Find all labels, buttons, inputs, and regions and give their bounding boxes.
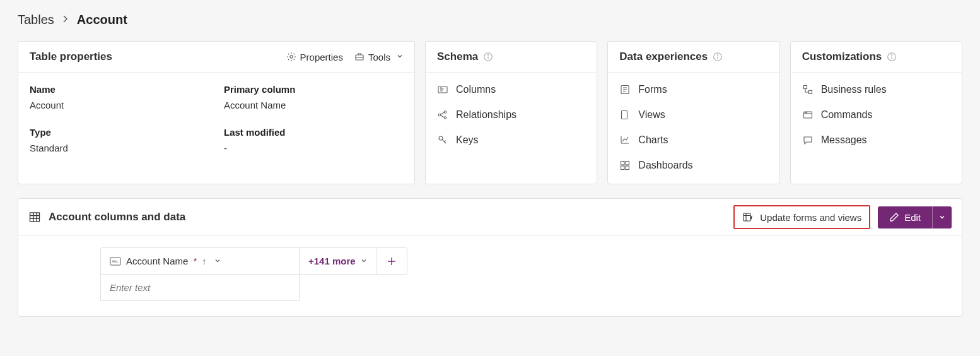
business-rules-link[interactable]: Business rules <box>802 84 950 95</box>
breadcrumb-current: Account <box>77 13 127 27</box>
edit-dropdown[interactable] <box>932 206 952 228</box>
svg-point-24 <box>806 112 807 113</box>
plus-icon <box>387 256 397 266</box>
dashboards-link[interactable]: Dashboards <box>619 160 767 171</box>
table-properties-card: Table properties Properties Tools Name P… <box>18 41 415 184</box>
breadcrumb: Tables Account <box>18 13 962 27</box>
svg-point-6 <box>438 114 441 116</box>
svg-point-8 <box>444 117 446 119</box>
required-marker: * <box>193 256 197 266</box>
update-icon <box>742 211 754 223</box>
update-forms-views-button[interactable]: Update forms and views <box>733 205 870 229</box>
chevron-down-icon <box>361 258 367 265</box>
svg-rect-17 <box>626 166 629 170</box>
commands-link[interactable]: Commands <box>802 109 950 121</box>
chart-icon <box>619 134 631 146</box>
relationships-link[interactable]: Relationships <box>437 109 585 121</box>
toolbox-icon <box>354 52 365 62</box>
columns-data-title: Account columns and data <box>49 211 185 223</box>
relationships-icon <box>437 109 448 121</box>
data-experiences-card: Data experiences Forms Views Charts Dash… <box>607 41 779 184</box>
table-icon <box>28 211 41 223</box>
commands-icon <box>802 109 814 121</box>
chevron-right-icon <box>61 14 71 26</box>
chevron-down-icon <box>397 53 403 61</box>
svg-rect-26 <box>744 213 750 221</box>
add-column-button[interactable] <box>376 249 407 274</box>
info-icon <box>887 52 897 62</box>
sort-asc-icon: ↑ <box>202 256 207 266</box>
svg-text:Abc: Abc <box>112 259 119 263</box>
columns-data-panel: Account columns and data Update forms an… <box>18 198 962 317</box>
primary-column-value: Account Name <box>224 100 403 110</box>
column-header-account-name[interactable]: Abc Account Name* ↑ <box>100 247 300 275</box>
svg-point-9 <box>439 136 443 140</box>
last-modified-label: Last modified <box>224 127 403 138</box>
svg-point-7 <box>444 111 446 114</box>
type-value: Standard <box>30 143 209 153</box>
data-experiences-title: Data experiences <box>619 50 708 63</box>
type-label: Type <box>30 127 209 138</box>
edit-button[interactable]: Edit <box>878 206 952 228</box>
messages-link[interactable]: Messages <box>802 134 950 146</box>
info-icon <box>713 52 723 62</box>
last-modified-value: - <box>224 143 403 153</box>
tools-button[interactable]: Tools <box>354 52 403 62</box>
columns-link[interactable]: Abc Columns <box>437 84 585 95</box>
svg-point-3 <box>488 55 489 56</box>
svg-point-19 <box>892 55 892 56</box>
svg-rect-25 <box>30 213 40 222</box>
primary-column-label: Primary column <box>224 84 403 95</box>
svg-rect-20 <box>803 86 807 89</box>
gear-icon <box>286 52 296 62</box>
text-field-icon: Abc <box>110 257 121 266</box>
message-icon <box>802 134 814 146</box>
text-column-icon: Abc <box>437 84 448 95</box>
dashboard-icon <box>619 160 631 171</box>
svg-rect-21 <box>808 91 812 94</box>
breadcrumb-parent[interactable]: Tables <box>18 13 54 27</box>
key-icon <box>437 134 448 146</box>
customizations-title: Customizations <box>802 50 882 63</box>
form-icon <box>619 84 631 95</box>
schema-title: Schema <box>437 50 478 63</box>
table-properties-title: Table properties <box>30 50 112 63</box>
customizations-card: Customizations Business rules Commands M… <box>790 41 962 184</box>
account-name-input[interactable]: Enter text <box>100 275 300 301</box>
flow-icon <box>802 84 814 95</box>
more-columns-button[interactable]: +141 more <box>300 248 376 274</box>
svg-rect-14 <box>621 162 625 165</box>
svg-point-11 <box>718 55 718 56</box>
chevron-down-icon <box>939 214 945 220</box>
svg-rect-16 <box>621 166 625 170</box>
forms-link[interactable]: Forms <box>619 84 767 95</box>
svg-point-0 <box>289 56 292 58</box>
svg-text:Abc: Abc <box>440 86 445 90</box>
charts-link[interactable]: Charts <box>619 134 767 146</box>
svg-rect-13 <box>622 111 627 119</box>
pencil-icon <box>889 212 899 222</box>
views-link[interactable]: Views <box>619 109 767 121</box>
name-label: Name <box>30 84 209 95</box>
svg-point-23 <box>805 112 805 113</box>
svg-rect-15 <box>626 162 629 165</box>
view-icon <box>619 109 631 121</box>
keys-link[interactable]: Keys <box>437 134 585 146</box>
properties-button[interactable]: Properties <box>286 52 343 62</box>
chevron-down-icon <box>214 258 221 265</box>
schema-card: Schema Abc Columns Relationships Keys <box>425 41 597 184</box>
info-icon <box>483 52 493 62</box>
name-value: Account <box>30 100 209 110</box>
